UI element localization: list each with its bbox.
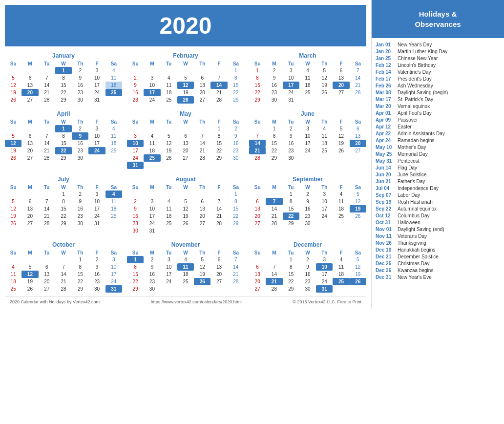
- holiday-date: May 31: [376, 158, 398, 164]
- month-october: October SuMTuWThFSa 123 45678910 1112131…: [5, 241, 122, 293]
- month-november: November SuMTuWThFSa 1234567 89101112131…: [127, 241, 244, 293]
- month-december: December SuMTuWThFSa 12345 6789101112 13…: [249, 241, 366, 293]
- holiday-name: Independence Day: [398, 186, 439, 191]
- holiday-name: June Solstice: [398, 172, 426, 177]
- month-january: January SuMTuWThFSa 1234 567891011 12131…: [5, 52, 122, 104]
- holiday-name: Chinese New Year: [398, 56, 438, 61]
- holiday-item: Feb 12Lincoln's Birthday: [376, 62, 500, 68]
- holiday-date: Jan 25: [376, 56, 398, 61]
- holiday-date: Jan 01: [376, 42, 398, 47]
- month-august: August SuMTuWThFSa 1 2345678 91011121314…: [127, 176, 244, 234]
- holiday-item: Sep 22Autumnal equinox: [376, 205, 500, 212]
- holiday-name: Passover: [398, 117, 418, 123]
- holiday-item: Nov 01Daylight Saving (end): [376, 226, 500, 233]
- holiday-name: December Solstice: [398, 254, 439, 259]
- holiday-item: Apr 12Easter: [376, 123, 500, 130]
- holiday-item: Sep 19Rosh Hashanah: [376, 198, 500, 205]
- holiday-name: Martin Luther King Day: [398, 49, 447, 54]
- holiday-item: Dec 26Kwanzaa begins: [376, 267, 500, 274]
- holiday-name: Thanksgiving: [398, 240, 426, 246]
- holiday-name: Flag Day: [398, 165, 417, 170]
- holiday-date: Oct 31: [376, 220, 398, 225]
- holiday-name: Admin Assistants Day: [398, 131, 445, 136]
- month-may: May SuMTuWThFSa 12 3456789 1011121314151…: [127, 110, 244, 169]
- holiday-item: May 31Pentecost: [376, 157, 500, 164]
- holiday-date: Apr 12: [376, 124, 398, 129]
- holiday-item: Jun 21Father's Day: [376, 178, 500, 185]
- holiday-date: Mar 17: [376, 97, 398, 102]
- holiday-item: Mar 17St. Patrick's Day: [376, 96, 500, 103]
- holiday-item: Apr 24Ramadan begins: [376, 137, 500, 144]
- holiday-item: Dec 31New Year's Eve: [376, 274, 500, 280]
- holiday-item: Dec 10Hanukkah begins: [376, 246, 500, 253]
- holiday-name: Daylight Saving (begin): [398, 90, 448, 95]
- holiday-name: Columbus Day: [398, 213, 430, 218]
- footer-left: 2020 Calendar with Holidays by Vertex42.…: [10, 299, 100, 304]
- holiday-date: Dec 10: [376, 247, 398, 253]
- month-april: April SuMTuWThFSa 1234 567891011 1213141…: [5, 110, 122, 169]
- holiday-name: Christmas Day: [398, 261, 430, 266]
- holiday-date: Dec 31: [376, 275, 398, 280]
- holiday-name: Mother's Day: [398, 145, 426, 150]
- holiday-date: Jun 20: [376, 172, 398, 177]
- month-september: September SuMTuWThFSa 12345 6789101112 1…: [249, 176, 366, 234]
- month-february: February SuMTuWThFSa 1 2345678 910111213…: [127, 52, 244, 104]
- holiday-date: May 25: [376, 151, 398, 157]
- footer: 2020 Calendar with Holidays by Vertex42.…: [5, 297, 366, 307]
- holiday-date: Dec 26: [376, 268, 398, 273]
- holiday-date: Feb 12: [376, 63, 398, 68]
- holiday-item: May 25Memorial Day: [376, 150, 500, 157]
- holiday-date: Feb 26: [376, 83, 398, 88]
- holidays-header: Holidays &Observances: [372, 0, 504, 38]
- holiday-date: Mar 20: [376, 104, 398, 109]
- holiday-date: Sep 07: [376, 192, 398, 198]
- holiday-date: Feb 14: [376, 69, 398, 75]
- holiday-name: Halloween: [398, 220, 420, 225]
- holiday-item: Mar 20Vernal equinox: [376, 103, 500, 109]
- holiday-name: New Year's Day: [398, 42, 432, 47]
- footer-center: https://www.vertex42.com/calendars/2020.…: [151, 299, 242, 304]
- holiday-date: Dec 21: [376, 254, 398, 259]
- holiday-name: Valentine's Day: [398, 69, 431, 75]
- holiday-item: Mar 08Daylight Saving (begin): [376, 89, 500, 96]
- holiday-name: Ash Wednesday: [398, 83, 433, 88]
- holiday-name: Lincoln's Birthday: [398, 63, 436, 68]
- holiday-date: May 10: [376, 145, 398, 150]
- holiday-item: Dec 25Christmas Day: [376, 260, 500, 267]
- month-march: March SuMTuWThFSa 1234567 891011121314 1…: [249, 52, 366, 104]
- holiday-item: Feb 26Ash Wednesday: [376, 82, 500, 89]
- footer-right: © 2016 Vertex42 LLC. Free to Print: [293, 299, 361, 304]
- holiday-item: Jul 04Independence Day: [376, 185, 500, 191]
- holiday-name: President's Day: [398, 76, 432, 82]
- holiday-name: St. Patrick's Day: [398, 97, 433, 102]
- holiday-date: Feb 17: [376, 76, 398, 82]
- holiday-date: Mar 08: [376, 90, 398, 95]
- holiday-date: Apr 09: [376, 117, 398, 123]
- holiday-date: Nov 01: [376, 227, 398, 232]
- holiday-item: Jan 20Martin Luther King Day: [376, 48, 500, 55]
- holiday-date: Jul 04: [376, 186, 398, 191]
- holiday-item: Jun 14Flag Day: [376, 164, 500, 171]
- holiday-date: Jun 14: [376, 165, 398, 170]
- holiday-date: Jun 21: [376, 179, 398, 184]
- holiday-name: Pentecost: [398, 158, 419, 164]
- holiday-date: Nov 26: [376, 240, 398, 246]
- holiday-date: Oct 12: [376, 213, 398, 218]
- holiday-item: Oct 12Columbus Day: [376, 212, 500, 219]
- holiday-name: Vernal equinox: [398, 104, 430, 109]
- holiday-name: Daylight Saving (end): [398, 227, 444, 232]
- holiday-name: Memorial Day: [398, 151, 428, 157]
- holiday-item: Jun 20June Solstice: [376, 171, 500, 178]
- holiday-name: New Year's Eve: [398, 275, 432, 280]
- holiday-item: Feb 17President's Day: [376, 75, 500, 82]
- month-june: June SuMTuWThFSa 123456 78910111213 1415…: [249, 110, 366, 169]
- holiday-name: Ramadan begins: [398, 138, 435, 143]
- holiday-date: Dec 25: [376, 261, 398, 266]
- holiday-name: Labor Day: [398, 192, 420, 198]
- holiday-date: Sep 22: [376, 206, 398, 212]
- holiday-name: Kwanzaa begins: [398, 268, 433, 273]
- holiday-item: May 10Mother's Day: [376, 144, 500, 150]
- month-july: July SuMTuWThFSa 1234 567891011 12131415…: [5, 176, 122, 234]
- holiday-date: Apr 01: [376, 110, 398, 116]
- calendar-section: 2020 January SuMTuWThFSa 1234 567891011: [0, 0, 371, 309]
